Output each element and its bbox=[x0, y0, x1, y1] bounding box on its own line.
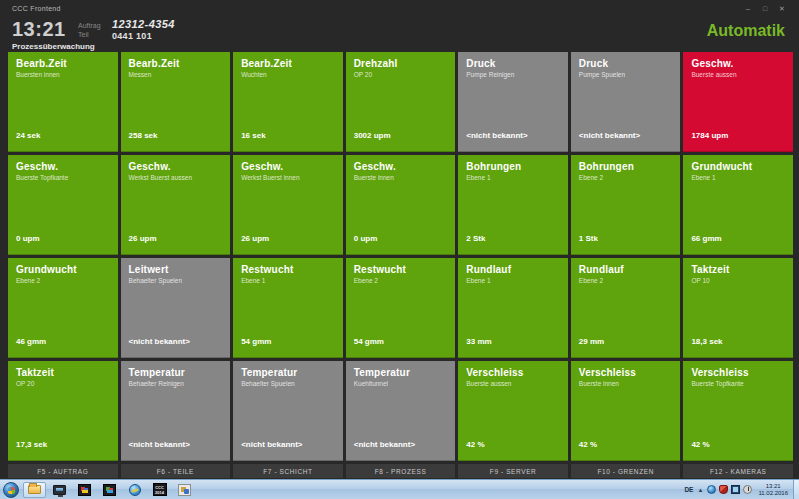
tile-value: 54 gmm bbox=[241, 337, 271, 346]
taskbar-item-ccc2014[interactable]: CCC 2014 bbox=[148, 482, 171, 498]
function-key-f6[interactable]: F6 - TEILE bbox=[121, 464, 231, 478]
tile-title: Leitwert bbox=[129, 264, 223, 275]
tile-value: 66 gmm bbox=[691, 234, 721, 243]
function-key-f9[interactable]: F9 - SERVER bbox=[458, 464, 568, 478]
tile-value: 3002 upm bbox=[354, 131, 391, 140]
tile-bearb-zeit-wuchten[interactable]: Bearb.Zeit Wuchten 16 sek bbox=[233, 52, 343, 152]
tile-value: 26 upm bbox=[129, 234, 157, 243]
tile-geschw-werkst-buerst-aussen[interactable]: Geschw. Werkst Buerst aussen 26 upm bbox=[121, 155, 231, 255]
tile-subtitle: Buerste aussen bbox=[466, 380, 560, 387]
function-key-f8[interactable]: F8 - PROZESS bbox=[346, 464, 456, 478]
tile-bearb-zeit-messen[interactable]: Bearb.Zeit Messen 258 sek bbox=[121, 52, 231, 152]
tile-subtitle: Ebene 1 bbox=[466, 174, 560, 181]
header-labels: Auftrag Teil bbox=[78, 21, 101, 39]
close-icon[interactable] bbox=[775, 3, 789, 14]
tile-temperatur-behaelter-spuelen[interactable]: Temperatur Behaelter Spuelen <nicht beka… bbox=[233, 361, 343, 461]
tray-expand-icon[interactable]: ▲ bbox=[697, 487, 703, 493]
tile-druck-pumpe-reinigen[interactable]: Druck Pumpe Reinigen <nicht bekannt> bbox=[458, 52, 568, 152]
tile-value: 29 mm bbox=[579, 337, 604, 346]
tile-title: Verschleiss bbox=[466, 367, 560, 378]
tile-rundlauf-ebene-2[interactable]: Rundlauf Ebene 2 29 mm bbox=[571, 258, 681, 358]
taskbar-item-app1[interactable] bbox=[73, 482, 96, 498]
tile-subtitle: Pumpe Reinigen bbox=[466, 71, 560, 78]
tile-title: Verschleiss bbox=[691, 367, 785, 378]
minimize-icon[interactable] bbox=[741, 3, 755, 14]
show-desktop-button[interactable] bbox=[793, 480, 799, 499]
tile-bearb-zeit-buersten-innen[interactable]: Bearb.Zeit Buersten innen 24 sek bbox=[8, 52, 118, 152]
page-title: Prozessüberwachung bbox=[12, 42, 95, 51]
tile-geschw-werkst-buerst-innen[interactable]: Geschw. Werkst Buerst innen 26 upm bbox=[233, 155, 343, 255]
tile-restwucht-ebene-2[interactable]: Restwucht Ebene 2 54 gmm bbox=[346, 258, 456, 358]
language-indicator[interactable]: DE bbox=[684, 486, 693, 493]
tile-value: 54 gmm bbox=[354, 337, 384, 346]
order-number: 12312-4354 bbox=[112, 18, 175, 30]
tile-grundwucht-ebene-2[interactable]: Grundwucht Ebene 2 46 gmm bbox=[8, 258, 118, 358]
tile-subtitle: Pumpe Spuelen bbox=[579, 71, 673, 78]
tile-subtitle: Buerste innen bbox=[354, 174, 448, 181]
tile-grundwucht-ebene-1[interactable]: Grundwucht Ebene 1 66 gmm bbox=[683, 155, 793, 255]
taskbar-item-browser[interactable] bbox=[123, 482, 146, 498]
tile-title: Grundwucht bbox=[691, 161, 785, 172]
ccc-2014-icon: CCC 2014 bbox=[153, 483, 167, 496]
windows-logo-icon bbox=[8, 487, 15, 494]
tray-display-icon[interactable] bbox=[731, 485, 740, 494]
function-key-f7[interactable]: F7 - SCHICHT bbox=[233, 464, 343, 478]
tile-taktzeit-op-20[interactable]: Taktzeit OP 20 17,3 sek bbox=[8, 361, 118, 461]
tile-title: Temperatur bbox=[354, 367, 448, 378]
taskbar-item-explorer[interactable] bbox=[23, 482, 46, 498]
tile-subtitle: Ebene 1 bbox=[241, 277, 335, 284]
tile-title: Druck bbox=[579, 58, 673, 69]
tile-value: <nicht bekannt> bbox=[466, 131, 527, 140]
function-key-f12[interactable]: F12 - KAMERAS bbox=[683, 464, 793, 478]
start-button[interactable] bbox=[3, 482, 19, 498]
tile-geschw-buerste-aussen[interactable]: Geschw. Buerste aussen 1784 upm bbox=[683, 52, 793, 152]
monitor-icon bbox=[53, 485, 66, 495]
taskbar-time: 13:21 bbox=[758, 483, 788, 490]
tile-subtitle: OP 20 bbox=[354, 71, 448, 78]
taskbar-item-config[interactable] bbox=[173, 482, 196, 498]
tile-temperatur-behaelter-reinigen[interactable]: Temperatur Behaelter Reinigen <nicht bek… bbox=[121, 361, 231, 461]
taskbar-item-app2[interactable] bbox=[98, 482, 121, 498]
tile-verschleiss-buerste-innen[interactable]: Verschleiss Buerste innen 42 % bbox=[571, 361, 681, 461]
maximize-icon[interactable] bbox=[758, 3, 772, 14]
tile-rundlauf-ebene-1[interactable]: Rundlauf Ebene 1 33 mm bbox=[458, 258, 568, 358]
tile-value: <nicht bekannt> bbox=[354, 440, 415, 449]
taskbar: CCC 2014 DE ▲ 13:21 11.02.2016 bbox=[0, 479, 799, 499]
tile-value: 1784 upm bbox=[691, 131, 728, 140]
tile-drehzahl-op-20[interactable]: Drehzahl OP 20 3002 upm bbox=[346, 52, 456, 152]
tray-network-globe-icon[interactable] bbox=[707, 485, 716, 494]
tile-value: 46 gmm bbox=[16, 337, 46, 346]
tile-value: <nicht bekannt> bbox=[129, 440, 190, 449]
tile-title: Restwucht bbox=[354, 264, 448, 275]
tile-restwucht-ebene-1[interactable]: Restwucht Ebene 1 54 gmm bbox=[233, 258, 343, 358]
function-key-bar: F5 - AUFTRAGF6 - TEILEF7 - SCHICHTF8 - P… bbox=[8, 464, 793, 478]
tile-subtitle: Behaelter Reinigen bbox=[129, 380, 223, 387]
tile-grid: Bearb.Zeit Buersten innen 24 sek Bearb.Z… bbox=[8, 52, 793, 461]
tile-title: Geschw. bbox=[354, 161, 448, 172]
taskbar-date: 11.02.2016 bbox=[758, 490, 788, 497]
tile-subtitle: Ebene 2 bbox=[354, 277, 448, 284]
tile-bohrungen-ebene-1[interactable]: Bohrungen Ebene 1 2 Stk bbox=[458, 155, 568, 255]
tile-subtitle: Werkst Buerst innen bbox=[241, 174, 335, 181]
tile-title: Taktzeit bbox=[691, 264, 785, 275]
function-key-f10[interactable]: F10 - GRENZEN bbox=[571, 464, 681, 478]
window-title: CCC Frontend bbox=[12, 5, 61, 12]
order-label: Auftrag bbox=[78, 21, 101, 30]
header-clock: 13:21 bbox=[12, 18, 66, 41]
tray-clock-icon[interactable] bbox=[743, 485, 752, 494]
tile-verschleiss-buerste-topfkante[interactable]: Verschleiss Buerste Topfkante 42 % bbox=[683, 361, 793, 461]
taskbar-clock[interactable]: 13:21 11.02.2016 bbox=[758, 483, 788, 497]
tray-security-icon[interactable] bbox=[719, 485, 728, 494]
tile-bohrungen-ebene-2[interactable]: Bohrungen Ebene 2 1 Stk bbox=[571, 155, 681, 255]
tile-temperatur-kuehltunnel[interactable]: Temperatur Kuehltunnel <nicht bekannt> bbox=[346, 361, 456, 461]
taskbar-item-display[interactable] bbox=[48, 482, 71, 498]
tile-geschw-buerste-innen[interactable]: Geschw. Buerste innen 0 upm bbox=[346, 155, 456, 255]
tile-subtitle: Kuehltunnel bbox=[354, 380, 448, 387]
tile-value: 24 sek bbox=[16, 131, 40, 140]
tile-leitwert-behaelter-spuelen[interactable]: Leitwert Behaelter Spuelen <nicht bekann… bbox=[121, 258, 231, 358]
tile-taktzeit-op-10[interactable]: Taktzeit OP 10 18,3 sek bbox=[683, 258, 793, 358]
function-key-f5[interactable]: F5 - AUFTRAG bbox=[8, 464, 118, 478]
tile-verschleiss-buerste-aussen[interactable]: Verschleiss Buerste aussen 42 % bbox=[458, 361, 568, 461]
tile-druck-pumpe-spuelen[interactable]: Druck Pumpe Spuelen <nicht bekannt> bbox=[571, 52, 681, 152]
tile-geschw-buerste-topfkante[interactable]: Geschw. Buerste Topfkante 0 upm bbox=[8, 155, 118, 255]
